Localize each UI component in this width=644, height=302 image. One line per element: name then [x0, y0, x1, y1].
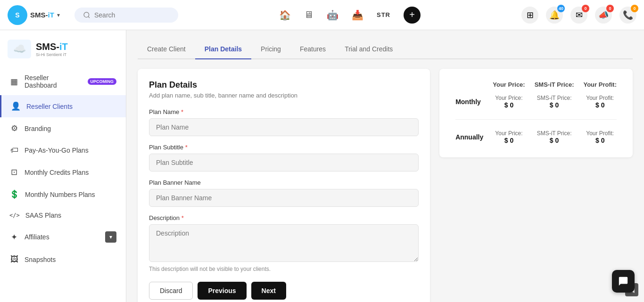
sidebar-item-branding[interactable]: ⚙ Branding [0, 117, 126, 139]
saas-icon: </> [9, 212, 20, 219]
monthly-credits-icon: ⊡ [9, 167, 19, 177]
monitor-icon[interactable]: 🖥 [304, 9, 314, 20]
next-button[interactable]: Next [251, 282, 286, 300]
sidebar-item-reseller-clients[interactable]: 👤 Reseller Clients [0, 95, 126, 117]
plan-name-input[interactable] [149, 118, 419, 136]
col-header-smsit-price: SMS-iT Price: [530, 78, 579, 91]
sidebar-logo-sub: Si-Hi Sentient iT [36, 52, 68, 57]
sidebar-item-label: SAAS Plans [25, 212, 116, 219]
form-actions: Discard Previous Next [149, 282, 419, 300]
sidebar-item-label: Reseller Dashboard [25, 74, 82, 89]
nav-right-icons: ⊞ 🔔 40 ✉ 0 📣 0 📞 0 [521, 7, 636, 24]
sidebar-item-snapshots[interactable]: 🖼 Snapshots [0, 249, 126, 270]
description-group: Description * This description will not … [149, 214, 419, 272]
pricing-panel: Your Price: SMS-iT Price: Your Profit: M… [439, 69, 633, 157]
snapshots-icon: 🖼 [9, 255, 19, 264]
col-header-your-profit: Your Profit: [578, 78, 621, 91]
phone-icon-wrap[interactable]: 📞 0 [619, 7, 636, 24]
chat-button[interactable] [612, 270, 635, 293]
sidebar: ☁️ SMS-iT Si-Hi Sentient iT ▦ Reseller D… [0, 30, 126, 302]
sidebar-item-label: Pay-As-You-Go Plans [25, 147, 116, 154]
tab-trial-and-credits[interactable]: Trial and Credits [335, 40, 402, 59]
sidebar-item-label: Reseller Clients [26, 103, 116, 110]
inbox-icon[interactable]: 📥 [352, 9, 363, 21]
col-header-empty [451, 78, 488, 91]
required-marker: * [182, 214, 184, 221]
nav-center-icons: 🏠 🖥 🤖 📥 STR + [184, 7, 516, 24]
sidebar-item-monthly-numbers[interactable]: 💲 Monthly Numbers Plans [0, 183, 126, 205]
required-marker: * [185, 144, 188, 151]
plan-subtitle-input[interactable] [149, 154, 419, 171]
brand-avatar: S [8, 5, 27, 25]
sidebar-item-affiliates[interactable]: ✦ Affiliates ▾ [0, 225, 126, 249]
grid-icon-wrap[interactable]: ⊞ [521, 7, 538, 24]
home-icon[interactable]: 🏠 [279, 9, 291, 21]
discard-button[interactable]: Discard [149, 282, 193, 300]
top-navigation: S SMS-iT ▾ 🏠 🖥 🤖 📥 STR + ⊞ 🔔 40 ✉ 0 📣 0 [0, 0, 644, 30]
grid-icon: ⊞ [521, 7, 538, 24]
plan-subtitle-label: Plan Subtitle * [149, 144, 419, 151]
sidebar-logo-icon: ☁️ [8, 40, 31, 58]
pricing-row-annually: Annually Your Price: $ 0 SMS-iT Price: $… [451, 126, 621, 148]
search-icon [83, 11, 91, 19]
sidebar-item-pay-as-you-go[interactable]: 🏷 Pay-As-You-Go Plans [0, 139, 126, 161]
brand-name: SMS-iT [30, 11, 54, 19]
svg-point-0 [84, 12, 89, 17]
annually-label: Annually [451, 126, 488, 148]
megaphone-icon-wrap[interactable]: 📣 0 [595, 7, 612, 24]
mail-badge: 0 [582, 5, 589, 12]
required-marker: * [181, 108, 183, 115]
plan-details-subtitle: Add plan name, sub title, banner name an… [149, 92, 419, 99]
plan-form-card: Plan Details Add plan name, sub title, b… [138, 69, 430, 302]
sidebar-item-saas-plans[interactable]: </> SAAS Plans [0, 205, 126, 225]
phone-badge: 0 [631, 5, 638, 12]
brand-logo-area[interactable]: S SMS-iT ▾ [8, 5, 69, 25]
mail-icon-wrap[interactable]: ✉ 0 [570, 7, 587, 24]
main-content: Create Client Plan Details Pricing Featu… [126, 30, 644, 302]
previous-button[interactable]: Previous [198, 282, 246, 300]
add-button[interactable]: + [404, 7, 421, 24]
sidebar-item-label: Affiliates [25, 233, 99, 241]
pricing-row-monthly: Monthly Your Price: $ 0 SMS-iT Price: $ … [451, 91, 621, 113]
payg-icon: 🏷 [9, 146, 19, 155]
tab-plan-details[interactable]: Plan Details [195, 40, 251, 59]
sidebar-item-monthly-credits[interactable]: ⊡ Monthly Credits Plans [0, 161, 126, 183]
plan-name-group: Plan Name * [149, 108, 419, 136]
dashboard-icon: ▦ [9, 77, 19, 87]
description-hint: This description will not be visible to … [149, 266, 419, 272]
search-bar[interactable] [74, 8, 178, 23]
brand-chevron-icon: ▾ [57, 12, 60, 18]
sidebar-item-label: Monthly Numbers Plans [25, 191, 116, 198]
plan-banner-group: Plan Banner Name [149, 179, 419, 207]
monthly-smsit-price: SMS-iT Price: $ 0 [530, 91, 579, 113]
robot-icon[interactable]: 🤖 [327, 9, 339, 21]
chat-icon [618, 276, 628, 286]
description-textarea[interactable] [149, 224, 419, 262]
affiliates-dropdown-icon: ▾ [105, 231, 116, 243]
sidebar-logo: ☁️ SMS-iT Si-Hi Sentient iT [0, 30, 126, 64]
annually-your-price: Your Price: $ 0 [488, 126, 529, 148]
monthly-profit-value: $ 0 [583, 101, 617, 109]
bell-badge: 40 [557, 5, 565, 12]
affiliates-icon: ✦ [9, 232, 19, 242]
monthly-your-profit: Your Profit: $ 0 [578, 91, 621, 113]
annually-your-price-value: $ 0 [493, 137, 525, 144]
annually-your-profit: Your Profit: $ 0 [578, 126, 621, 148]
svg-line-1 [88, 16, 90, 18]
plan-banner-label: Plan Banner Name [149, 179, 419, 186]
plan-subtitle-group: Plan Subtitle * [149, 144, 419, 171]
plan-banner-input[interactable] [149, 189, 419, 207]
monthly-your-price-value: $ 0 [493, 101, 525, 109]
tab-create-client[interactable]: Create Client [138, 40, 195, 59]
str-button[interactable]: STR [377, 11, 390, 18]
search-input[interactable] [94, 11, 170, 19]
sidebar-item-reseller-dashboard[interactable]: ▦ Reseller Dashboard UPCOMING [0, 68, 126, 95]
sidebar-nav: ▦ Reseller Dashboard UPCOMING 👤 Reseller… [0, 64, 126, 274]
tab-pricing[interactable]: Pricing [251, 40, 290, 59]
sidebar-logo-text: SMS-iT [36, 41, 68, 52]
bell-icon-wrap[interactable]: 🔔 40 [546, 7, 563, 24]
page-tabs: Create Client Plan Details Pricing Featu… [138, 40, 633, 59]
annually-smsit-price: SMS-iT Price: $ 0 [530, 126, 579, 148]
tab-features[interactable]: Features [290, 40, 335, 59]
monthly-numbers-icon: 💲 [9, 189, 19, 199]
